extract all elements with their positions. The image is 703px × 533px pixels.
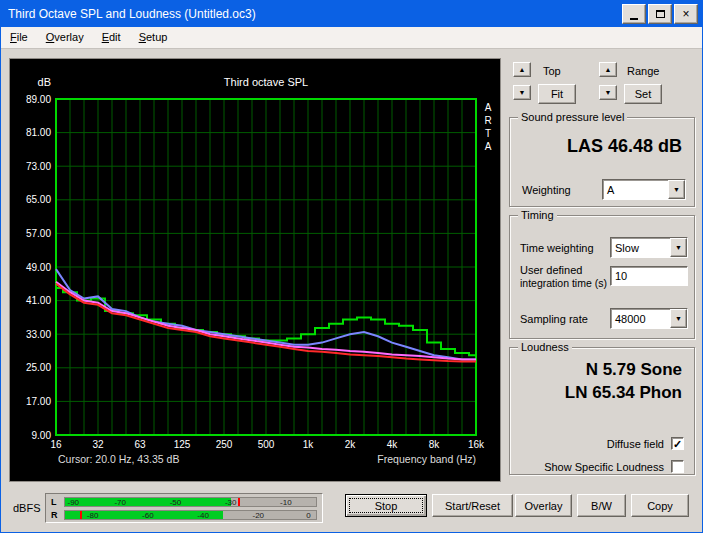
stop-button-label: Stop xyxy=(375,500,398,512)
sampling-rate-label: Sampling rate xyxy=(520,313,588,325)
integration-time-input[interactable] xyxy=(610,266,688,286)
maximize-icon xyxy=(656,10,665,18)
dbfs-label: dBFS xyxy=(13,502,41,514)
range-down-button[interactable]: ▼ xyxy=(599,85,617,100)
time-weighting-value: Slow xyxy=(611,242,670,254)
down-arrow-icon: ▼ xyxy=(675,244,682,251)
meter-scale-label: -90 xyxy=(68,498,80,507)
integration-label-line1: User defined xyxy=(520,264,582,276)
maximize-button[interactable] xyxy=(648,4,672,24)
meter-channel-label: R xyxy=(51,510,58,520)
range-up-button[interactable]: ▲ xyxy=(599,62,617,77)
stop-button[interactable]: Stop xyxy=(345,494,427,517)
meter-scale-label: -30 xyxy=(225,498,237,507)
menu-bar: File Overlay Edit Setup xyxy=(1,27,702,49)
start-reset-button-label: Start/Reset xyxy=(445,500,500,512)
title-bar[interactable]: Third Octave SPL and Loudness (Untitled.… xyxy=(1,1,702,27)
svg-text:4k: 4k xyxy=(387,439,399,450)
spl-value: LAS 46.48 dB xyxy=(567,136,682,157)
meter-fill xyxy=(65,498,231,506)
svg-text:16k: 16k xyxy=(468,439,485,450)
top-down-button[interactable]: ▼ xyxy=(513,85,531,100)
meter-scale-label: 0 xyxy=(306,511,310,520)
fit-button-label: Fit xyxy=(551,88,563,100)
svg-text:63: 63 xyxy=(134,439,146,450)
weighting-value: A xyxy=(603,184,668,196)
top-up-button[interactable]: ▲ xyxy=(513,62,531,77)
level-meter: L-90-70-50-30-10R-80-60-40-200 xyxy=(45,493,323,523)
meter-scale-label: -50 xyxy=(170,498,182,507)
set-button-label: Set xyxy=(635,88,652,100)
up-arrow-icon: ▲ xyxy=(519,66,526,73)
loudness-group: Loudness N 5.79 Sone LN 65.34 Phon Diffu… xyxy=(509,347,695,475)
sampling-rate-value: 48000 xyxy=(611,313,670,325)
meter-scale-label: -10 xyxy=(280,498,292,507)
svg-text:R: R xyxy=(484,115,491,126)
meter-bar: -80-60-40-200 xyxy=(64,510,317,520)
time-weighting-label: Time weighting xyxy=(520,242,594,254)
dropdown-arrow-icon[interactable]: ▼ xyxy=(668,180,685,199)
menu-overlay[interactable]: Overlay xyxy=(37,27,93,48)
spl-group: Sound pressure level LAS 46.48 dB Weight… xyxy=(509,117,695,207)
svg-text:1k: 1k xyxy=(303,439,315,450)
svg-text:A: A xyxy=(485,102,492,113)
range-label: Range xyxy=(627,65,659,77)
spl-chart: 89.0081.0073.0065.0057.0049.0041.0033.00… xyxy=(10,59,500,481)
svg-text:73.00: 73.00 xyxy=(26,161,51,172)
loudness-group-label: Loudness xyxy=(518,341,572,353)
copy-button-label: Copy xyxy=(647,500,673,512)
minimize-button[interactable] xyxy=(622,4,646,24)
diffuse-field-checkbox[interactable]: ✓ xyxy=(671,437,684,450)
top-label: Top xyxy=(543,65,561,77)
timing-group: Timing Time weighting Slow ▼ User define… xyxy=(509,215,695,339)
bw-button-label: B/W xyxy=(591,500,612,512)
svg-text:65.00: 65.00 xyxy=(26,194,51,205)
svg-text:125: 125 xyxy=(174,439,191,450)
specific-loudness-label: Show Specific Loudness xyxy=(544,461,664,473)
dropdown-arrow-icon[interactable]: ▼ xyxy=(670,309,687,328)
meter-scale-label: -20 xyxy=(252,511,264,520)
loudness-ln-value: LN 65.34 Phon xyxy=(565,383,682,403)
close-button[interactable]: × xyxy=(674,4,698,24)
meter-scale-label: -70 xyxy=(114,498,126,507)
dropdown-arrow-icon[interactable]: ▼ xyxy=(670,238,687,257)
svg-text:9.00: 9.00 xyxy=(32,430,52,441)
fit-button[interactable]: Fit xyxy=(538,84,576,104)
window-title: Third Octave SPL and Loudness (Untitled.… xyxy=(8,7,620,21)
svg-text:89.00: 89.00 xyxy=(26,94,51,105)
overlay-button[interactable]: Overlay xyxy=(515,494,572,517)
svg-text:41.00: 41.00 xyxy=(26,295,51,306)
weighting-label: Weighting xyxy=(522,184,571,196)
svg-text:16: 16 xyxy=(50,439,62,450)
svg-text:57.00: 57.00 xyxy=(26,228,51,239)
svg-text:Third octave SPL: Third octave SPL xyxy=(224,76,308,88)
minimize-icon xyxy=(630,18,638,20)
loudness-n-value: N 5.79 Sone xyxy=(586,360,682,380)
spl-chart-panel[interactable]: 89.0081.0073.0065.0057.0049.0041.0033.00… xyxy=(9,58,501,482)
svg-text:8k: 8k xyxy=(429,439,441,450)
time-weighting-select[interactable]: Slow ▼ xyxy=(610,237,688,258)
sampling-rate-select[interactable]: 48000 ▼ xyxy=(610,308,688,329)
svg-text:32: 32 xyxy=(92,439,104,450)
set-button[interactable]: Set xyxy=(624,84,662,104)
menu-file[interactable]: File xyxy=(1,27,37,48)
overlay-button-label: Overlay xyxy=(525,500,563,512)
specific-loudness-checkbox[interactable] xyxy=(671,460,684,473)
down-arrow-icon: ▼ xyxy=(673,186,680,193)
meter-scale-label: -40 xyxy=(197,511,209,520)
meter-channel-label: L xyxy=(51,497,57,507)
svg-text:A: A xyxy=(485,141,492,152)
start-reset-button[interactable]: Start/Reset xyxy=(432,494,513,517)
app-window: Third Octave SPL and Loudness (Untitled.… xyxy=(0,0,703,533)
svg-text:81.00: 81.00 xyxy=(26,127,51,138)
meter-scale-label: -60 xyxy=(142,511,154,520)
meter-channel-l: L-90-70-50-30-10 xyxy=(51,497,317,508)
weighting-select[interactable]: A ▼ xyxy=(602,179,686,200)
copy-button[interactable]: Copy xyxy=(631,494,689,517)
menu-edit[interactable]: Edit xyxy=(93,27,130,48)
down-arrow-icon: ▼ xyxy=(519,89,526,96)
menu-setup[interactable]: Setup xyxy=(130,27,177,48)
up-arrow-icon: ▲ xyxy=(605,66,612,73)
down-arrow-icon: ▼ xyxy=(675,315,682,322)
bw-button[interactable]: B/W xyxy=(577,494,626,517)
